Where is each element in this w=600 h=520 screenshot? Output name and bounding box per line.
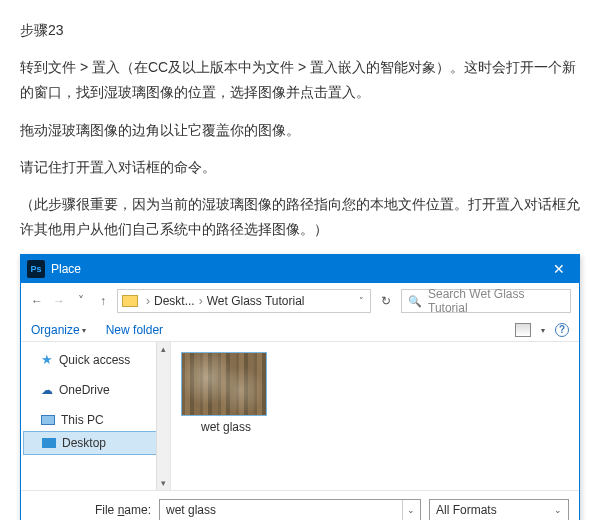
filename-input[interactable]: wet glass ⌄ [159, 499, 421, 520]
breadcrumb-item-desktop[interactable]: Deskt... [154, 294, 195, 308]
sidebar-item-this-pc[interactable]: This PC [21, 409, 170, 431]
organize-menu[interactable]: Organize ▾ [31, 323, 86, 337]
toolbar: Organize ▾ New folder ▾ ? [21, 319, 579, 342]
new-folder-button[interactable]: New folder [106, 323, 163, 337]
place-dialog: Ps Place ✕ ← → ˅ ↑ › Deskt... › Wet Glas… [20, 254, 580, 520]
breadcrumb-dropdown-icon[interactable]: ˅ [357, 296, 366, 306]
sidebar-item-quick-access[interactable]: ★ Quick access [21, 348, 170, 371]
scroll-up-icon[interactable]: ▴ [157, 342, 170, 356]
scroll-down-icon[interactable]: ▾ [157, 476, 170, 490]
nav-back-button[interactable]: ← [29, 294, 45, 308]
monitor-icon [41, 415, 55, 425]
breadcrumb-item-folder[interactable]: Wet Glass Tutorial [207, 294, 305, 308]
sidebar-item-desktop[interactable]: Desktop [23, 431, 168, 455]
search-placeholder: Search Wet Glass Tutorial [428, 287, 564, 315]
filename-label: File name: [31, 503, 151, 517]
dialog-title: Place [51, 262, 539, 276]
nav-up-button[interactable]: ↑ [95, 294, 111, 308]
search-input[interactable]: 🔍 Search Wet Glass Tutorial [401, 289, 571, 313]
instruction-block: 步骤23 转到文件 > 置入（在CC及以上版本中为文件 > 置入嵌入的智能对象）… [20, 18, 580, 242]
step-title: 步骤23 [20, 18, 580, 43]
filename-value: wet glass [166, 503, 216, 517]
folder-icon [122, 295, 138, 307]
nav-recent-dropdown[interactable]: ˅ [73, 294, 89, 308]
file-type-filter[interactable]: All Formats ⌄ [429, 499, 569, 520]
nav-forward-button[interactable]: → [51, 294, 67, 308]
organize-label: Organize [31, 323, 80, 337]
photoshop-icon: Ps [27, 260, 45, 278]
instruction-line-4: （此步骤很重要，因为当前的湿玻璃图像的路径指向您的本地文件位置。打开置入对话框允… [20, 192, 580, 242]
address-bar-row: ← → ˅ ↑ › Deskt... › Wet Glass Tutorial … [21, 283, 579, 319]
sidebar-item-label: Desktop [62, 436, 106, 450]
instruction-line-1: 转到文件 > 置入（在CC及以上版本中为文件 > 置入嵌入的智能对象）。这时会打… [20, 55, 580, 105]
sidebar-item-label: This PC [61, 413, 104, 427]
close-button[interactable]: ✕ [539, 255, 579, 283]
desktop-icon [42, 438, 56, 448]
file-item-wet-glass[interactable]: wet glass [181, 352, 271, 434]
nav-sidebar: ★ Quick access ☁ OneDrive This PC Deskto… [21, 342, 171, 490]
file-list[interactable]: wet glass [171, 342, 579, 490]
sidebar-item-label: OneDrive [59, 383, 110, 397]
sidebar-item-label: Quick access [59, 353, 130, 367]
file-name-label: wet glass [181, 420, 271, 434]
file-thumbnail [181, 352, 267, 416]
breadcrumb-sep: › [144, 294, 152, 308]
sidebar-item-onedrive[interactable]: ☁ OneDrive [21, 379, 170, 401]
star-icon: ★ [41, 352, 53, 367]
cloud-icon: ☁ [41, 383, 53, 397]
dialog-footer: File name: wet glass ⌄ All Formats ⌄ Pla… [21, 490, 579, 520]
filter-value: All Formats [436, 503, 497, 517]
instruction-line-3: 请记住打开置入对话框的命令。 [20, 155, 580, 180]
chevron-down-icon[interactable]: ⌄ [550, 500, 566, 520]
chevron-down-icon[interactable]: ▾ [541, 326, 545, 335]
breadcrumb-sep: › [197, 294, 205, 308]
instruction-line-2: 拖动湿玻璃图像的边角以让它覆盖你的图像。 [20, 118, 580, 143]
help-button[interactable]: ? [555, 323, 569, 337]
titlebar: Ps Place ✕ [21, 255, 579, 283]
view-mode-button[interactable] [515, 323, 531, 337]
chevron-down-icon[interactable]: ⌄ [402, 500, 418, 520]
sidebar-scrollbar[interactable]: ▴ ▾ [156, 342, 170, 490]
refresh-button[interactable]: ↻ [377, 294, 395, 308]
search-icon: 🔍 [408, 295, 422, 308]
dialog-body: ★ Quick access ☁ OneDrive This PC Deskto… [21, 342, 579, 490]
breadcrumb[interactable]: › Deskt... › Wet Glass Tutorial ˅ [117, 289, 371, 313]
chevron-down-icon: ▾ [82, 326, 86, 335]
